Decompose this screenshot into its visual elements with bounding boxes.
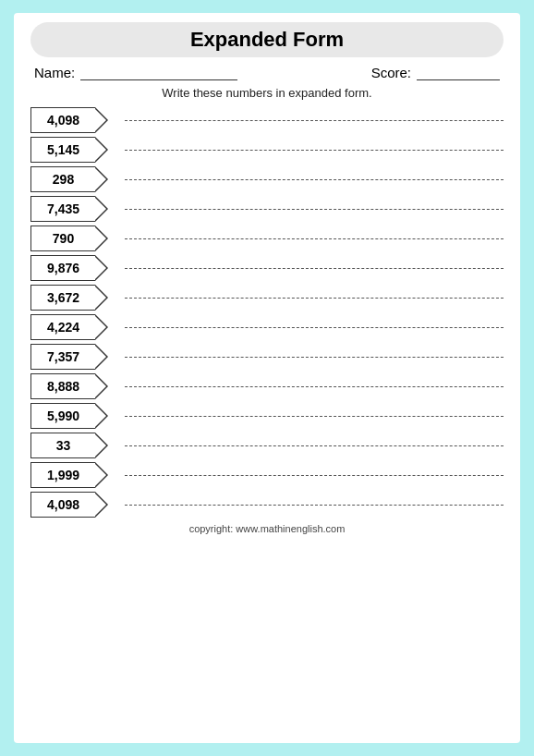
number-tag: 4,098 xyxy=(30,107,114,133)
arrow-tip-inner xyxy=(95,139,106,161)
number-value: 4,224 xyxy=(30,314,95,340)
answer-line[interactable] xyxy=(125,445,504,446)
score-label: Score: xyxy=(371,65,411,80)
name-score-row: Name: Score: xyxy=(30,65,504,80)
problem-row: 7,435 xyxy=(30,196,504,222)
number-value: 4,098 xyxy=(30,107,95,133)
number-value: 5,145 xyxy=(30,137,95,163)
arrow-tip xyxy=(95,196,108,222)
worksheet: Expanded Form Name: Score: Write these n… xyxy=(14,13,520,743)
arrow-tip-inner xyxy=(95,494,106,516)
number-value: 1,999 xyxy=(30,462,95,488)
problem-row: 4,224 xyxy=(30,314,504,340)
answer-line[interactable] xyxy=(125,475,504,476)
problem-row: 7,357 xyxy=(30,344,504,370)
number-tag: 8,888 xyxy=(30,373,114,399)
number-tag: 4,098 xyxy=(30,492,114,518)
number-value: 7,435 xyxy=(30,196,95,222)
arrow-tip xyxy=(95,107,108,133)
problem-row: 9,876 xyxy=(30,255,504,281)
arrow-tip xyxy=(95,285,108,311)
number-tag: 7,435 xyxy=(30,196,114,222)
answer-line[interactable] xyxy=(125,357,504,358)
number-value: 3,672 xyxy=(30,285,95,311)
problems-list: 4,098 5,145 298 xyxy=(30,107,504,518)
number-tag: 4,224 xyxy=(30,314,114,340)
arrow-tip-inner xyxy=(95,346,106,368)
number-tag: 9,876 xyxy=(30,255,114,281)
problem-row: 4,098 xyxy=(30,107,504,133)
arrow-tip xyxy=(95,226,108,251)
answer-line[interactable] xyxy=(125,150,504,151)
page-title: Expanded Form xyxy=(30,22,504,57)
problem-row: 1,999 xyxy=(30,462,504,488)
number-tag: 7,357 xyxy=(30,344,114,370)
number-tag: 298 xyxy=(30,166,114,192)
problem-row: 3,672 xyxy=(30,285,504,311)
answer-line[interactable] xyxy=(125,386,504,387)
arrow-tip-inner xyxy=(95,168,106,190)
arrow-tip-inner xyxy=(95,198,106,220)
arrow-tip xyxy=(95,344,108,370)
problem-row: 298 xyxy=(30,166,504,192)
number-value: 9,876 xyxy=(30,255,95,281)
score-field: Score: xyxy=(371,65,500,80)
answer-line[interactable] xyxy=(125,416,504,417)
number-tag: 3,672 xyxy=(30,285,114,311)
problem-row: 5,990 xyxy=(30,403,504,429)
arrow-tip-inner xyxy=(95,287,106,309)
number-tag: 1,999 xyxy=(30,462,114,488)
number-value: 33 xyxy=(30,433,95,458)
arrow-tip-inner xyxy=(95,434,106,457)
arrow-tip-inner xyxy=(95,375,106,397)
number-value: 5,990 xyxy=(30,403,95,429)
arrow-tip xyxy=(95,492,108,518)
answer-line[interactable] xyxy=(125,505,504,506)
arrow-tip xyxy=(95,373,108,399)
answer-line[interactable] xyxy=(125,209,504,210)
arrow-tip xyxy=(95,255,108,281)
answer-line[interactable] xyxy=(125,298,504,299)
name-underline[interactable] xyxy=(80,66,237,80)
problem-row: 33 xyxy=(30,433,504,458)
number-tag: 790 xyxy=(30,226,114,251)
name-label: Name: xyxy=(34,65,75,80)
number-tag: 5,990 xyxy=(30,403,114,429)
answer-line[interactable] xyxy=(125,179,504,180)
arrow-tip-inner xyxy=(95,405,106,427)
arrow-tip xyxy=(95,314,108,340)
number-value: 7,357 xyxy=(30,344,95,370)
arrow-tip-inner xyxy=(95,257,106,279)
answer-line[interactable] xyxy=(125,327,504,328)
arrow-tip xyxy=(95,403,108,429)
problem-row: 4,098 xyxy=(30,492,504,518)
arrow-tip-inner xyxy=(95,227,106,250)
problem-row: 790 xyxy=(30,226,504,251)
arrow-tip xyxy=(95,433,108,458)
number-tag: 5,145 xyxy=(30,137,114,163)
answer-line[interactable] xyxy=(125,268,504,269)
name-field: Name: xyxy=(34,65,237,80)
arrow-tip xyxy=(95,462,108,488)
arrow-tip-inner xyxy=(95,464,106,486)
number-value: 8,888 xyxy=(30,373,95,399)
problem-row: 8,888 xyxy=(30,373,504,399)
arrow-tip-inner xyxy=(95,316,106,338)
score-underline[interactable] xyxy=(417,66,500,80)
answer-line[interactable] xyxy=(125,238,504,239)
answer-line[interactable] xyxy=(125,120,504,121)
number-value: 4,098 xyxy=(30,492,95,518)
number-tag: 33 xyxy=(30,433,114,458)
arrow-tip xyxy=(95,166,108,192)
number-value: 298 xyxy=(30,166,95,192)
copyright-text: copyright: www.mathinenglish.com xyxy=(30,523,504,534)
problem-row: 5,145 xyxy=(30,137,504,163)
instruction-text: Write these numbers in expanded form. xyxy=(30,86,504,100)
arrow-tip-inner xyxy=(95,109,106,131)
arrow-tip xyxy=(95,137,108,163)
number-value: 790 xyxy=(30,226,95,251)
